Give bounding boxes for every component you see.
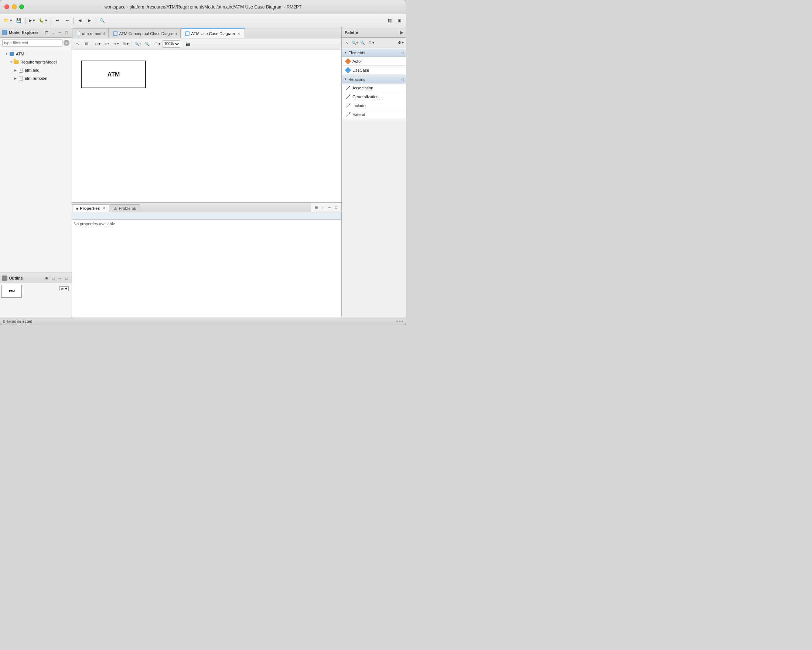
editor-toolbar: ↖ ⊞ □ ▾ ⌗ ▾ ⇒ ▾ ⊞ ▾ 🔍+ 🔍- ⊡ ▾ 100% 75% 1… <box>72 38 341 49</box>
tab-conceptual-class[interactable]: ATM Conceptual Class Diagram <box>109 29 181 38</box>
et-marquee-btn[interactable]: ⊞ <box>82 40 90 48</box>
et-sep-2 <box>131 41 132 47</box>
tree-item-atm-aird-label: atm.aird <box>25 68 40 72</box>
perspective-button[interactable]: ▧ <box>385 16 394 25</box>
tree-item-atm-remodel-label: atm.remodel <box>25 76 47 81</box>
run-button[interactable]: ▶ ▾ <box>27 16 37 25</box>
fullscreen-button[interactable]: ▣ <box>395 16 404 25</box>
outline-btn-2[interactable]: □ <box>50 275 56 281</box>
canvas-box-label: ATM <box>107 71 120 78</box>
palette-item-usecase[interactable]: UseCase <box>342 66 406 75</box>
model-explorer-title: Model Explorer <box>9 30 38 35</box>
palette-item-extend-label: Extend <box>353 112 365 117</box>
palette-zoom-in-btn[interactable]: 🔍+ <box>351 39 359 47</box>
tab-problems-label: Problems <box>119 206 136 211</box>
status-dot-2 <box>399 320 400 322</box>
et-zoom-out-btn[interactable]: 🔍- <box>143 40 152 48</box>
outline-max-btn[interactable]: □ <box>64 275 69 281</box>
tab-properties[interactable]: ■ Properties ✕ <box>72 204 109 212</box>
palette-section-elements: ▼ Elements ◁ Actor UseCase <box>342 49 406 75</box>
tab-properties-close[interactable]: ✕ <box>102 206 105 210</box>
model-explorer-max-btn[interactable]: □ <box>64 29 69 35</box>
palette-content: ▼ Elements ◁ Actor UseCase <box>342 48 406 317</box>
bottom-action-btn-1[interactable]: ⊞ <box>313 204 319 211</box>
palette-fit-btn[interactable]: ⊡ ▾ <box>368 39 375 47</box>
canvas-area[interactable]: ATM <box>72 49 341 202</box>
palette-item-usecase-label: UseCase <box>353 68 369 72</box>
model-explorer-min-btn[interactable]: ─ <box>57 29 63 35</box>
et-route-btn[interactable]: ⊞ ▾ <box>121 40 130 48</box>
tab-close-icon[interactable]: ✕ <box>237 31 241 36</box>
requirements-folder-icon <box>13 59 19 65</box>
tab-use-case[interactable]: ATM Use Case Diagram ✕ <box>181 29 244 38</box>
search-input[interactable] <box>2 39 63 47</box>
canvas-bottom-split: ATM ■ Properties ✕ <box>72 49 341 317</box>
tab-problems[interactable]: ⚠ Problems <box>110 204 140 212</box>
actor-palette-icon <box>345 59 351 64</box>
et-edge-btn[interactable]: ⇒ ▾ <box>111 40 121 48</box>
palette-toolbar: ↖ 🔍+ 🔍- ⊡ ▾ ⚙ ▾ <box>342 38 406 48</box>
tab-usecase-icon <box>185 31 189 36</box>
tree-arrow-requirements: ▼ <box>9 60 13 64</box>
undo-button[interactable]: ↩ <box>53 16 62 25</box>
outline-icon <box>2 276 8 281</box>
palette-item-extend[interactable]: Extend <box>342 110 406 119</box>
palette-zoom-out-btn[interactable]: 🔍- <box>359 39 367 47</box>
editor-tabs: 📄 atm.remodel ATM Conceptual Class Diagr… <box>72 27 341 38</box>
palette-item-include[interactable]: Include <box>342 101 406 110</box>
canvas-atm-box[interactable]: ATM <box>81 61 146 88</box>
palette-section-elements-label: Elements <box>348 50 365 55</box>
tree-item-atm-remodel[interactable]: ▶ R atm.remodel <box>0 74 72 82</box>
tab-atm-remodel[interactable]: 📄 atm.remodel <box>72 29 108 38</box>
search-button[interactable]: 🔍 <box>98 16 107 25</box>
model-explorer-sync-btn[interactable]: ⇄ <box>44 29 49 35</box>
tree-item-atm[interactable]: ▼ ATM <box>0 50 72 58</box>
bottom-panel: ■ Properties ✕ ⚠ Problems ⊞ <box>72 202 341 317</box>
relations-arrow-icon: ▼ <box>344 78 347 81</box>
tree-item-requirements[interactable]: ▼ RequirementsModel <box>0 58 72 66</box>
bottom-action-btn-2[interactable]: ⋮ <box>320 204 326 211</box>
et-connector-btn[interactable]: ⌗ ▾ <box>103 40 111 48</box>
outline-min-btn[interactable]: ─ <box>57 275 63 281</box>
et-camera-btn[interactable]: 📷 <box>184 40 192 48</box>
et-shape-btn[interactable]: □ ▾ <box>94 40 102 48</box>
et-zoom-fit-btn[interactable]: ⊡ ▾ <box>153 40 162 48</box>
usecase-palette-icon <box>345 67 351 73</box>
redo-button[interactable]: ↪ <box>63 16 71 25</box>
palette-select-btn[interactable]: ↖ <box>343 39 351 47</box>
properties-header-strip <box>72 212 341 220</box>
new-button[interactable]: 📁 ▾ <box>2 16 14 25</box>
toolbar-separator-2 <box>50 17 51 24</box>
bottom-min-btn[interactable]: ─ <box>327 204 333 211</box>
outline-btn-1[interactable]: ■ <box>44 275 49 281</box>
palette-section-elements-header[interactable]: ▼ Elements ◁ <box>342 49 406 57</box>
close-button[interactable] <box>5 5 9 9</box>
svg-line-8 <box>346 112 350 117</box>
left-panel: Model Explorer ⇄ ⋮ ─ □ ✕ ▼ <box>0 27 72 317</box>
palette-item-actor[interactable]: Actor <box>342 57 406 66</box>
next-button[interactable]: ▶ <box>85 16 94 25</box>
right-panel: Palette ▶ ↖ 🔍+ 🔍- ⊡ ▾ ⚙ ▾ ▼ Elements ◁ <box>341 27 406 317</box>
palette-expand-icon[interactable]: ▶ <box>400 30 403 35</box>
prev-button[interactable]: ◀ <box>75 16 84 25</box>
palette-settings-btn[interactable]: ⚙ ▾ <box>397 39 404 47</box>
extend-icon <box>345 112 351 117</box>
save-button[interactable]: 💾 <box>14 16 23 25</box>
minimize-button[interactable] <box>12 5 17 9</box>
palette-item-generalization[interactable]: Generalization... <box>342 92 406 101</box>
model-explorer-menu-btn[interactable]: ⋮ <box>50 29 56 35</box>
zoom-select[interactable]: 100% 75% 150% <box>163 40 180 48</box>
maximize-button[interactable] <box>19 5 24 9</box>
palette-section-relations-header[interactable]: ▼ Relations ◁ <box>342 75 406 84</box>
tree-item-requirements-label: RequirementsModel <box>20 60 56 64</box>
tree-item-atm-label: ATM <box>16 52 24 56</box>
et-zoom-in-btn[interactable]: 🔍+ <box>133 40 143 48</box>
tree-view: ▼ ATM ▼ RequirementsModel <box>0 48 72 273</box>
et-select-btn[interactable]: ↖ <box>73 40 82 48</box>
status-dot-3 <box>401 320 403 322</box>
tree-item-atm-aird[interactable]: ▶ A atm.aird <box>0 66 72 74</box>
debug-button[interactable]: 🐛 ▾ <box>37 16 49 25</box>
palette-item-association[interactable]: Association <box>342 84 406 92</box>
bottom-max-btn[interactable]: □ <box>333 204 339 211</box>
search-clear-button[interactable]: ✕ <box>64 40 69 46</box>
